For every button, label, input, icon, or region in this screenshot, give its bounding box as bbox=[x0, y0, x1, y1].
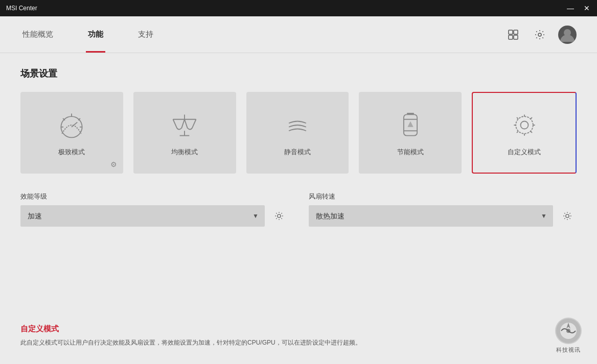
logo-text: 科技视讯 bbox=[556, 346, 581, 354]
svg-marker-20 bbox=[407, 122, 413, 127]
performance-label: 效能等级 bbox=[20, 192, 288, 201]
settings-row: 效能等级 省电 平衡 加速 超速 ▼ bbox=[20, 192, 577, 227]
performance-select[interactable]: 省电 平衡 加速 超速 bbox=[20, 205, 265, 227]
silent-icon bbox=[281, 109, 314, 141]
grid-view-button[interactable] bbox=[505, 27, 521, 43]
performance-select-container: 省电 平衡 加速 超速 ▼ bbox=[20, 205, 265, 227]
body-area: 场景设置 极致模式 ⚙ bbox=[0, 53, 597, 253]
titlebar: MSI Center — ✕ bbox=[0, 0, 597, 16]
card-extreme[interactable]: 极致模式 ⚙ bbox=[20, 92, 123, 174]
custom-icon bbox=[508, 109, 541, 141]
top-nav: 性能概览 功能 支持 bbox=[0, 16, 597, 53]
nav-tabs: 性能概览 功能 支持 bbox=[20, 16, 155, 53]
tab-support[interactable]: 支持 bbox=[136, 16, 155, 53]
nav-right bbox=[505, 26, 577, 44]
svg-point-25 bbox=[566, 214, 569, 217]
description-title: 自定义模式 bbox=[20, 324, 515, 334]
performance-settings-button[interactable] bbox=[270, 205, 288, 227]
extreme-icon bbox=[55, 109, 88, 141]
svg-point-23 bbox=[516, 116, 533, 134]
card-silent[interactable]: 静音模式 bbox=[246, 92, 349, 174]
tab-performance[interactable]: 性能概览 bbox=[20, 16, 55, 53]
balanced-icon bbox=[168, 109, 201, 141]
svg-line-8 bbox=[72, 122, 77, 127]
extreme-settings-icon[interactable]: ⚙ bbox=[110, 160, 117, 168]
fan-select-container: 静音 均衡 散热加速 增强散热 冷却提升 ▼ bbox=[309, 205, 553, 227]
svg-rect-0 bbox=[509, 30, 513, 34]
tab-function[interactable]: 功能 bbox=[86, 16, 105, 53]
minimize-button[interactable]: — bbox=[566, 4, 575, 12]
fan-select[interactable]: 静音 均衡 散热加速 增强散热 冷却提升 bbox=[309, 205, 553, 227]
app-title: MSI Center bbox=[6, 5, 37, 12]
svg-rect-2 bbox=[509, 35, 513, 39]
performance-group: 效能等级 省电 平衡 加速 超速 ▼ bbox=[20, 192, 288, 227]
svg-rect-1 bbox=[514, 30, 518, 34]
svg-rect-3 bbox=[514, 35, 518, 39]
description-area: 自定义模式 此自定义模式可以让用户自行决定效能及风扇设置，将效能设置为加速，针对… bbox=[20, 324, 515, 348]
main-content: 性能概览 功能 支持 bbox=[0, 16, 597, 364]
window-controls: — ✕ bbox=[566, 4, 591, 12]
fan-group: 风扇转速 静音 均衡 散热加速 增强散热 冷却提升 ▼ bbox=[309, 192, 577, 227]
description-text: 此自定义模式可以让用户自行决定效能及风扇设置，将效能设置为加速，针对特定的CPU… bbox=[20, 338, 515, 348]
fan-field-group: 静音 均衡 散热加速 增强散热 冷却提升 ▼ bbox=[309, 205, 577, 227]
extreme-label: 极致模式 bbox=[58, 148, 85, 157]
eco-label: 节能模式 bbox=[397, 148, 424, 157]
card-eco[interactable]: 节能模式 bbox=[359, 92, 462, 174]
svg-point-22 bbox=[520, 122, 528, 129]
svg-point-24 bbox=[278, 214, 281, 217]
card-custom[interactable]: 自定义模式 bbox=[472, 92, 577, 174]
fan-label: 风扇转速 bbox=[309, 192, 577, 201]
logo-circle bbox=[555, 318, 582, 344]
user-avatar[interactable] bbox=[558, 26, 577, 44]
settings-button[interactable] bbox=[532, 27, 548, 43]
close-button[interactable]: ✕ bbox=[583, 4, 591, 12]
silent-label: 静音模式 bbox=[284, 148, 311, 157]
section-title: 场景设置 bbox=[20, 67, 577, 80]
performance-select-wrapper: 省电 平衡 加速 超速 ▼ bbox=[20, 205, 265, 227]
balanced-label: 均衡模式 bbox=[171, 148, 198, 157]
performance-field-group: 省电 平衡 加速 超速 ▼ bbox=[20, 205, 288, 227]
eco-icon bbox=[394, 109, 427, 141]
logo-area: 科技视讯 bbox=[555, 318, 582, 354]
fan-select-wrapper: 静音 均衡 散热加速 增强散热 冷却提升 ▼ bbox=[309, 205, 553, 227]
card-balanced[interactable]: 均衡模式 bbox=[133, 92, 236, 174]
scenario-cards: 极致模式 ⚙ 均衡模式 bbox=[20, 92, 577, 174]
svg-point-4 bbox=[538, 33, 541, 36]
fan-settings-button[interactable] bbox=[558, 205, 577, 227]
custom-label: 自定义模式 bbox=[508, 148, 541, 157]
